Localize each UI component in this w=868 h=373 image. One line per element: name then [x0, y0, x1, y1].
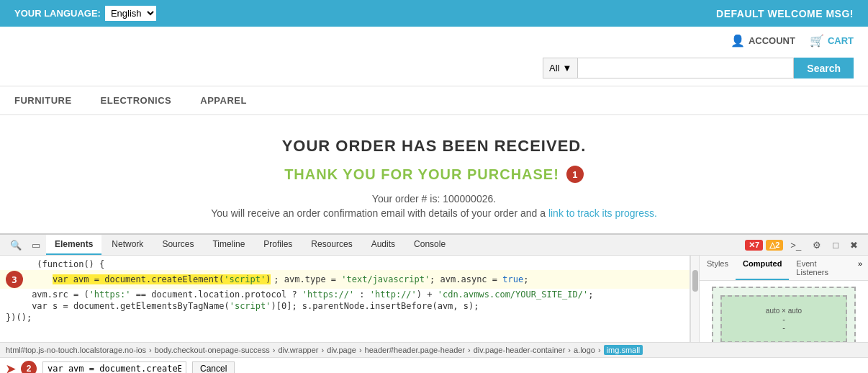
code-scrollbar[interactable] — [690, 256, 699, 342]
styles-panel: Styles Computed Event Listeners » auto ×… — [699, 256, 868, 342]
dock-icon[interactable]: □ — [828, 237, 843, 253]
styles-tab-styles[interactable]: Styles — [700, 256, 736, 280]
magnifier-icon[interactable]: 🔍 — [6, 237, 26, 253]
main-nav: FURNITURE ELECTRONICS APPAREL — [0, 86, 868, 115]
breadcrumb-img[interactable]: img.small — [604, 345, 643, 355]
chevron-down-icon: ▼ — [562, 63, 571, 73]
styles-tab-event-listeners[interactable]: Event Listeners — [789, 256, 852, 280]
search-button[interactable]: Search — [794, 58, 854, 78]
box-model-dash2: - — [782, 323, 785, 332]
code-line-5: })(); — [0, 312, 690, 323]
tab-timeline[interactable]: Timeline — [204, 235, 253, 255]
breadcrumb-html[interactable]: html#top.js-no-touch.localstorage.no-ios — [6, 346, 146, 354]
breadcrumb-bar: html#top.js-no-touch.localstorage.no-ios… — [0, 342, 868, 357]
breadcrumb-body[interactable]: body.checkout-onepage-success — [155, 346, 270, 354]
search-category-dropdown[interactable]: All ▼ — [543, 58, 578, 78]
box-model-inner: auto × auto - - — [720, 295, 847, 342]
thank-you-text: THANK YOU FOR YOUR PURCHASE! — [284, 166, 559, 183]
annotation-badge-1: 1 — [566, 166, 584, 183]
code-panel[interactable]: (function() { 3 var avm = document.creat… — [0, 256, 690, 342]
error-badge: ✕7 — [745, 240, 763, 251]
nav-item-furniture[interactable]: FURNITURE — [14, 95, 72, 106]
devtools-tabs: 🔍 ▭ Elements Network Sources Timeline Pr… — [0, 235, 868, 256]
order-info: Your order # is: 100000026. — [14, 193, 854, 205]
console-prompt-icon[interactable]: >_ — [786, 237, 805, 253]
track-link-text: link to track its progress. — [548, 207, 657, 219]
cart-label: CART — [828, 35, 854, 46]
category-label: All — [549, 63, 559, 73]
more-icon[interactable]: ✖ — [846, 237, 862, 253]
styles-more[interactable]: » — [852, 256, 868, 280]
devtools-panel: 🔍 ▭ Elements Network Sources Timeline Pr… — [0, 233, 868, 373]
box-model-area: auto × auto - - — [700, 281, 868, 342]
tab-sources[interactable]: Sources — [153, 235, 202, 255]
cart-icon: 🛒 — [810, 34, 824, 48]
tab-profiles[interactable]: Profiles — [255, 235, 301, 255]
styles-tab-computed[interactable]: Computed — [736, 256, 789, 280]
code-line-3: avm.src = ('https:' == document.location… — [0, 289, 690, 300]
devtools-body: (function() { 3 var avm = document.creat… — [0, 256, 868, 342]
tab-console[interactable]: Console — [405, 235, 454, 255]
devtools-toolbar-right: ✕7 △2 >_ ⚙ □ ✖ — [745, 237, 862, 253]
code-lines: (function() { 3 var avm = document.creat… — [0, 259, 690, 323]
annotation-badge-3: 3 — [6, 271, 23, 288]
account-link[interactable]: 👤 ACCOUNT — [731, 34, 795, 48]
user-icon: 👤 — [731, 34, 745, 48]
settings-icon[interactable]: ⚙ — [808, 237, 826, 253]
order-number-text: Your order # is: 100000026. — [372, 193, 496, 205]
arrow-right-icon: ➤ — [6, 362, 15, 374]
header: 👤 ACCOUNT 🛒 CART All ▼ Search — [0, 27, 868, 86]
box-model-size-label: auto × auto — [766, 307, 802, 315]
nav-item-apparel[interactable]: APPAREL — [200, 95, 247, 106]
bottom-bar: ➤ 2 Cancel — [0, 357, 868, 373]
header-top: 👤 ACCOUNT 🛒 CART — [14, 34, 854, 53]
order-received-title: YOUR ORDER HAS BEEN RECEIVED. — [14, 137, 854, 156]
track-link[interactable]: link to track its progress. — [548, 207, 657, 219]
confirm-text: You will receive an order confirmation e… — [211, 207, 548, 219]
main-content: YOUR ORDER HAS BEEN RECEIVED. THANK YOU … — [0, 115, 868, 233]
order-confirm: You will receive an order confirmation e… — [14, 207, 854, 219]
scrollbar-thumb — [692, 270, 698, 292]
code-area: (function() { 3 var avm = document.creat… — [0, 256, 699, 342]
tab-audits[interactable]: Audits — [363, 235, 404, 255]
box-model-dash1: - — [782, 315, 785, 323]
styles-panel-tabs: Styles Computed Event Listeners » — [700, 256, 868, 281]
top-bar: YOUR LANGUAGE: English DEFAULT WELCOME M… — [0, 0, 868, 27]
language-select[interactable]: English — [105, 6, 156, 21]
account-label: ACCOUNT — [749, 35, 795, 46]
cart-link[interactable]: 🛒 CART — [810, 34, 854, 48]
thank-you-row: THANK YOU FOR YOUR PURCHASE! 1 — [14, 166, 854, 183]
breadcrumb-page[interactable]: div.page — [327, 346, 356, 354]
nav-item-electronics[interactable]: ELECTRONICS — [101, 95, 172, 106]
search-bar: All ▼ Search — [14, 53, 854, 86]
breadcrumb-logo[interactable]: a.logo — [574, 346, 595, 354]
breadcrumb-container[interactable]: div.page-header-container — [474, 346, 566, 354]
tab-resources[interactable]: Resources — [302, 235, 361, 255]
code-line-1: (function() { — [0, 259, 690, 270]
cancel-button[interactable]: Cancel — [192, 361, 235, 373]
box-model: auto × auto - - — [712, 287, 856, 342]
welcome-message: DEFAULT WELCOME MSG! — [716, 8, 854, 19]
annotation-badge-2: 2 — [21, 361, 37, 373]
code-line-2: 3 var avm = document.createElement('scri… — [0, 270, 690, 289]
mobile-icon[interactable]: ▭ — [27, 237, 45, 253]
tab-elements[interactable]: Elements — [46, 235, 101, 255]
breadcrumb-wrapper[interactable]: div.wrapper — [278, 346, 318, 354]
language-label: YOUR LANGUAGE: — [14, 8, 101, 19]
tab-network[interactable]: Network — [103, 235, 152, 255]
bottom-console-input[interactable] — [42, 361, 186, 373]
warn-badge: △2 — [766, 240, 783, 251]
search-input[interactable] — [578, 58, 794, 78]
code-line-4: var s = document.getElementsByTagName('s… — [0, 300, 690, 312]
breadcrumb-header[interactable]: header#header.page-header — [365, 346, 465, 354]
